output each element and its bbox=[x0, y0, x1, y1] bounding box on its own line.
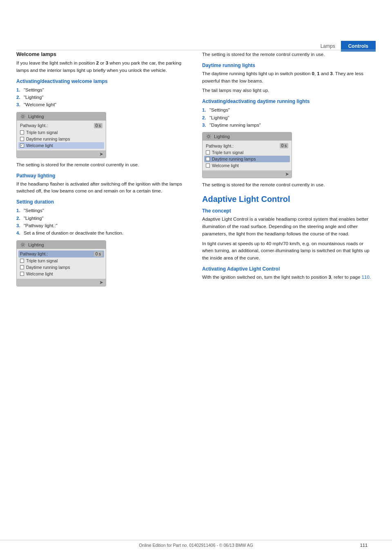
panel1-body: Pathway light.: 0 s Triple turn signal D… bbox=[17, 121, 106, 150]
page: Lamps Controls Welcome lamps If you leav… bbox=[0, 0, 392, 555]
daytime-body1: The daytime running lights light up in s… bbox=[202, 70, 376, 85]
svg-point-0 bbox=[22, 115, 24, 117]
arrow-icon-3: ➤ bbox=[285, 171, 289, 177]
panel3-body: Pathway light.: 0 s Triple turn signal D… bbox=[203, 141, 292, 170]
daytime-body2: The tail lamps may also light up. bbox=[202, 87, 376, 94]
activating-welcome-title: Activating/deactivating welcome lamps bbox=[16, 78, 190, 84]
panel2-footer: ➤ bbox=[17, 279, 106, 286]
concept-body2: In tight curves at speeds up to 40 mph/7… bbox=[202, 240, 376, 262]
panel3-row3-highlighted: Daytime running lamps bbox=[204, 156, 290, 162]
pathway-step-2: 2."Lighting" bbox=[16, 215, 190, 222]
daytime-stored-text: The setting is stored for the remote con… bbox=[202, 181, 376, 189]
checkbox-daytime-3 bbox=[206, 157, 210, 161]
gear-icon bbox=[20, 114, 26, 119]
welcome-lamps-title: Welcome lamps bbox=[16, 51, 190, 57]
checkbox-welcome-checked bbox=[20, 143, 24, 148]
welcome-step-3: 3."Welcome light" bbox=[16, 101, 190, 108]
panel2-row2: Triple turn signal bbox=[20, 257, 102, 264]
daytime-title: Daytime running lights bbox=[202, 63, 376, 68]
welcome-lamps-body: If you leave the light switch in positio… bbox=[16, 60, 190, 74]
pathway-step-4: 4.Set a time of duration or deactivate t… bbox=[16, 229, 190, 237]
arrow-icon: ➤ bbox=[99, 151, 103, 157]
panel3-row4: Welcome light bbox=[206, 162, 288, 169]
svg-point-1 bbox=[22, 244, 24, 246]
pathway-lighting-body: If the headlamp flasher is activated aft… bbox=[16, 181, 190, 195]
top-divider bbox=[16, 50, 376, 50]
panel1-row1: Pathway light.: 0 s bbox=[20, 122, 102, 129]
welcome-step-2: 2."Lighting" bbox=[16, 94, 190, 101]
panel2-row4: Welcome light bbox=[20, 271, 102, 277]
activating-daytime-title: Activating/deactivating daytime running … bbox=[202, 98, 376, 104]
daytime-step-1: 1."Settings" bbox=[202, 106, 376, 114]
activating-adaptive-body: With the ignition switched on, turn the … bbox=[202, 274, 376, 281]
pathway-step-1: 1."Settings" bbox=[16, 207, 190, 214]
panel2-header-label: Lighting bbox=[28, 242, 44, 247]
daytime-step-2: 2."Lighting" bbox=[202, 114, 376, 121]
panel1-row2: Triple turn signal bbox=[20, 129, 102, 136]
right-column: The setting is stored for the remote con… bbox=[202, 51, 376, 530]
gear-icon-2 bbox=[20, 242, 26, 248]
ui-panel-daytime: Lighting Pathway light.: 0 s Triple turn… bbox=[202, 132, 292, 178]
welcome-steps-list: 1."Settings" 2."Lighting" 3."Welcome lig… bbox=[16, 86, 190, 109]
ui-panel-welcome: Lighting Pathway light.: 0 s Triple turn… bbox=[16, 112, 106, 158]
checkbox-triple-3 bbox=[206, 150, 210, 154]
page-footer: Online Edition for Part no. 01402911406 … bbox=[0, 540, 392, 548]
checkbox-triple-2 bbox=[20, 259, 24, 263]
checkbox-welcome-2 bbox=[20, 272, 24, 276]
svg-point-2 bbox=[208, 136, 210, 138]
panel3-row2: Triple turn signal bbox=[206, 149, 288, 156]
panel3-footer: ➤ bbox=[203, 170, 292, 178]
right-stored-text: The setting is stored for the remote con… bbox=[202, 51, 376, 58]
checkbox-welcome-3 bbox=[206, 163, 210, 168]
panel1-header-label: Lighting bbox=[28, 114, 44, 119]
panel2-row3: Daytime running lamps bbox=[20, 264, 102, 271]
left-column: Welcome lamps If you leave the light swi… bbox=[16, 51, 190, 530]
pathway-step-3: 3."Pathway light.:" bbox=[16, 222, 190, 229]
checkbox-daytime bbox=[20, 137, 24, 141]
gear-icon-3 bbox=[206, 134, 212, 139]
daytime-step-3: 3."Daytime running lamps" bbox=[202, 121, 376, 129]
panel2-row1-highlighted: Pathway light.: 0 s bbox=[18, 251, 104, 257]
main-content: Welcome lamps If you leave the light swi… bbox=[16, 51, 376, 530]
pathway-steps-list: 1."Settings" 2."Lighting" 3."Pathway lig… bbox=[16, 207, 190, 237]
setting-duration-title: Setting duration bbox=[16, 199, 190, 205]
panel3-header-label: Lighting bbox=[214, 134, 230, 139]
ui-panel-pathway: Lighting Pathway light.: 0 s Triple turn… bbox=[16, 240, 106, 286]
panel1-footer: ➤ bbox=[17, 150, 106, 158]
checkbox-daytime-2 bbox=[20, 265, 24, 269]
panel3-row1: Pathway light.: 0 s bbox=[206, 142, 288, 149]
panel3-header: Lighting bbox=[203, 132, 292, 141]
concept-body1: Adaptive Light Control is a variable hea… bbox=[202, 216, 376, 237]
welcome-stored-text: The setting is stored for the remote con… bbox=[16, 161, 190, 169]
welcome-step-1: 1."Settings" bbox=[16, 86, 190, 94]
panel2-body: Pathway light.: 0 s Triple turn signal D… bbox=[17, 249, 106, 279]
panel2-header: Lighting bbox=[17, 241, 106, 249]
daytime-steps-list: 1."Settings" 2."Lighting" 3."Daytime run… bbox=[202, 106, 376, 129]
arrow-icon-2: ➤ bbox=[99, 280, 103, 285]
panel-header: Lighting bbox=[17, 112, 106, 121]
panel1-row3: Daytime running lamps bbox=[20, 136, 102, 142]
checkbox-triple bbox=[20, 130, 24, 134]
concept-title: The concept bbox=[202, 208, 376, 214]
adaptive-big-title: Adaptive Light Control bbox=[202, 195, 376, 204]
footer-text: Online Edition for Part no. 01402911406 … bbox=[139, 543, 253, 548]
panel1-row4-highlighted: Welcome light bbox=[18, 142, 104, 149]
page-number: 111 bbox=[360, 543, 368, 548]
activating-adaptive-title: Activating Adaptive Light Control bbox=[202, 266, 376, 272]
pathway-lighting-title: Pathway lighting bbox=[16, 173, 190, 179]
